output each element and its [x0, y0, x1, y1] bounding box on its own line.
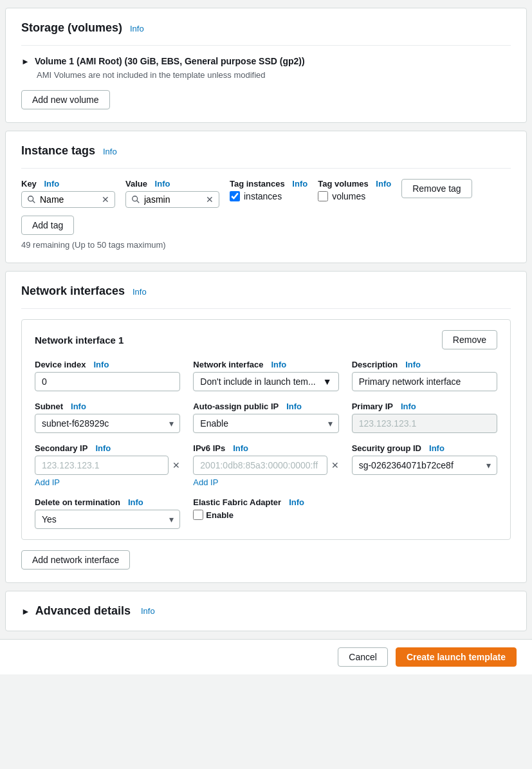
secondary-ip-clear-icon[interactable]: ✕ — [172, 461, 180, 470]
value-clear-icon[interactable]: ✕ — [206, 195, 214, 204]
advanced-details-title: Advanced details — [35, 604, 131, 618]
subnet-select-wrap: subnet-f628929c — [35, 414, 180, 433]
network-interface-label: Network interface — [193, 360, 263, 369]
elastic-enable-checkbox[interactable] — [193, 510, 203, 520]
key-search-icon — [27, 195, 36, 204]
device-index-info[interactable]: Info — [94, 360, 109, 369]
tag-volumes-checks: volumes — [318, 191, 391, 201]
subnet-field: Subnet Info subnet-f628929c — [35, 402, 180, 433]
description-input[interactable] — [352, 372, 497, 391]
ipv6-ip-row: ✕ — [193, 456, 338, 475]
ni-card-header: Network interface 1 Remove — [35, 330, 497, 349]
auto-assign-label: Auto-assign public IP — [193, 402, 279, 411]
remove-tag-button[interactable]: Remove tag — [401, 179, 472, 198]
elastic-fabric-field: Elastic Fabric Adapter Info Enable — [193, 497, 338, 529]
description-label: Description — [352, 360, 398, 369]
volume-label: Volume 1 (AMI Root) (30 GiB, EBS, Genera… — [35, 56, 305, 66]
primary-ip-info[interactable]: Info — [401, 402, 416, 411]
volume-toggle-icon[interactable]: ► — [21, 57, 30, 66]
elastic-fabric-label: Elastic Fabric Adapter — [193, 497, 281, 507]
description-info[interactable]: Info — [405, 360, 421, 369]
instances-label: instances — [244, 191, 282, 201]
description-field: Description Info — [352, 360, 497, 391]
add-volume-button[interactable]: Add new volume — [21, 90, 110, 109]
volume-row: ► Volume 1 (AMI Root) (30 GiB, EBS, Gene… — [21, 56, 511, 66]
network-interfaces-info-link[interactable]: Info — [133, 287, 147, 297]
value-field: Value Info ✕ — [125, 179, 219, 208]
svg-line-3 — [137, 201, 140, 203]
advanced-details-info-link[interactable]: Info — [141, 606, 155, 616]
storage-info-link[interactable]: Info — [130, 24, 144, 33]
value-input[interactable] — [144, 194, 202, 205]
tag-instances-checks: instances — [230, 191, 307, 201]
volumes-label: volumes — [332, 191, 365, 201]
volume-note: AMI Volumes are not included in the temp… — [37, 70, 511, 80]
key-input[interactable] — [40, 194, 98, 205]
elastic-enable-label: Enable — [206, 510, 234, 520]
security-group-label: Security group ID — [352, 443, 421, 453]
network-interfaces-section: Network interfaces Info Network interfac… — [5, 271, 527, 583]
subnet-info[interactable]: Info — [71, 402, 86, 411]
delete-on-termination-label: Delete on termination — [35, 497, 120, 507]
primary-ip-field: Primary IP Info — [352, 402, 497, 433]
instance-tags-section: Instance tags Info Key Info ✕ Value Info — [5, 131, 527, 263]
network-interface-card: Network interface 1 Remove Device index … — [21, 319, 511, 540]
tag-volumes-info-link[interactable]: Info — [376, 179, 391, 189]
ipv6-input[interactable] — [193, 456, 327, 475]
secondary-ip-row: ✕ — [35, 456, 180, 475]
security-group-select[interactable]: sg-0262364071b72ce8f — [352, 456, 497, 475]
ni-form-grid: Device index Info Network interface Info… — [35, 360, 497, 529]
tag-volumes-label: Tag volumes — [318, 179, 369, 189]
security-group-info[interactable]: Info — [429, 443, 445, 453]
value-info-link[interactable]: Info — [155, 179, 170, 189]
primary-ip-label: Primary IP — [352, 402, 393, 411]
delete-on-termination-info[interactable]: Info — [128, 497, 143, 507]
tag-instances-info-link[interactable]: Info — [292, 179, 307, 189]
volumes-checkbox[interactable] — [318, 191, 328, 201]
subnet-select[interactable]: subnet-f628929c — [35, 414, 180, 433]
instances-checkbox-row[interactable]: instances — [230, 191, 307, 201]
device-index-input[interactable] — [35, 372, 180, 391]
instance-tags-info-link[interactable]: Info — [103, 147, 117, 156]
delete-on-termination-select[interactable]: Yes No — [35, 510, 180, 529]
delete-on-termination-select-wrap: Yes No — [35, 510, 180, 529]
storage-section: Storage (volumes) Info ► Volume 1 (AMI R… — [5, 8, 527, 123]
network-interface-field: Network interface Info Don't include in … — [193, 360, 338, 391]
device-index-field: Device index Info — [35, 360, 180, 391]
value-search-icon — [131, 195, 140, 204]
secondary-ip-field: Secondary IP Info ✕ Add IP — [35, 443, 180, 487]
network-interface-info[interactable]: Info — [271, 360, 286, 369]
remove-ni-button[interactable]: Remove — [442, 330, 497, 349]
volumes-checkbox-row[interactable]: volumes — [318, 191, 391, 201]
add-network-interface-button[interactable]: Add network interface — [21, 550, 130, 570]
advanced-title-row: ► Advanced details Info — [21, 604, 511, 618]
ipv6-clear-icon[interactable]: ✕ — [331, 461, 339, 470]
instances-checkbox[interactable] — [230, 191, 240, 201]
cancel-button[interactable]: Cancel — [338, 647, 388, 667]
elastic-enable-row[interactable]: Enable — [193, 510, 338, 520]
svg-point-0 — [28, 196, 33, 201]
network-interface-dropdown[interactable]: Don't include in launch tem... ▼ — [193, 372, 338, 391]
remaining-note: 49 remaining (Up to 50 tags maximum) — [21, 240, 511, 250]
device-index-label: Device index — [35, 360, 86, 369]
add-tag-button[interactable]: Add tag — [21, 216, 74, 235]
secondary-ip-info[interactable]: Info — [95, 443, 111, 453]
add-secondary-ip-link[interactable]: Add IP — [35, 477, 60, 487]
auto-assign-select[interactable]: Enable Disable — [193, 414, 338, 433]
ipv6-info[interactable]: Info — [233, 443, 248, 453]
key-clear-icon[interactable]: ✕ — [102, 195, 109, 204]
value-input-wrap: ✕ — [125, 191, 219, 208]
advanced-toggle-icon[interactable]: ► — [21, 606, 30, 616]
subnet-label: Subnet — [35, 402, 63, 411]
value-label: Value — [125, 179, 147, 189]
add-ipv6-link[interactable]: Add IP — [193, 477, 218, 487]
instance-tags-title: Instance tags — [21, 144, 95, 157]
footer-bar: Cancel Create launch template — [0, 639, 532, 674]
tag-volumes-field: Tag volumes Info volumes — [318, 179, 391, 201]
create-launch-template-button[interactable]: Create launch template — [396, 647, 517, 667]
secondary-ip-input[interactable] — [35, 456, 169, 475]
auto-assign-info[interactable]: Info — [286, 402, 302, 411]
primary-ip-input[interactable] — [352, 414, 497, 433]
key-info-link[interactable]: Info — [44, 179, 59, 189]
elastic-fabric-info[interactable]: Info — [289, 497, 304, 507]
